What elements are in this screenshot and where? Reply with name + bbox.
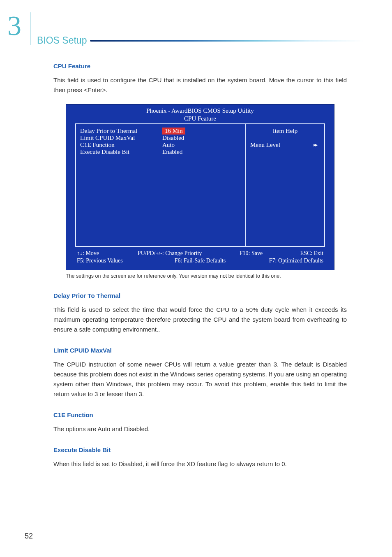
bios-menu-level-label: Menu Level xyxy=(250,142,280,149)
text-c1e: The options are Auto and Disabled. xyxy=(53,424,347,434)
section-title: BIOS Setup xyxy=(37,35,87,46)
header-divider xyxy=(30,12,31,45)
bios-key-save: F10: Save xyxy=(202,250,263,257)
heading-c1e: C1E Function xyxy=(53,411,347,418)
bios-title-line2: CPU Feature xyxy=(184,115,216,122)
bios-row: Delay Prior to Thermal 16 Min xyxy=(80,128,241,135)
text-limit-cpuid: The CPUID instruction of some newer CPUs… xyxy=(53,360,347,399)
section-title-row: BIOS Setup xyxy=(37,35,363,46)
heading-exec-disable: Execute Disable Bit xyxy=(53,446,347,453)
bios-caption: The settings on the screen are for refer… xyxy=(53,273,347,280)
bios-screenshot: Phoenix - AwardBIOS CMOS Setup Utility C… xyxy=(66,104,334,270)
bios-row: Limit CPUID MaxVal Disabled xyxy=(80,135,241,142)
bios-setting-value: Auto xyxy=(162,142,175,149)
bios-row: Execute Disable Bit Enabled xyxy=(80,149,241,155)
bios-key-exit: ESC: Exit xyxy=(263,250,323,257)
bios-item-help: Item Help xyxy=(250,128,320,138)
heading-cpu-feature: CPU Feature xyxy=(53,63,347,70)
bios-key-optimized: F7: Optimized Defaults xyxy=(263,258,323,264)
page-content: CPU Feature This field is used to config… xyxy=(53,58,347,469)
page-header: 3 BIOS Setup xyxy=(0,0,392,19)
page-number: 52 xyxy=(25,532,33,541)
bios-setting-label: Execute Disable Bit xyxy=(80,149,162,155)
chapter-number: 3 xyxy=(7,12,21,39)
bios-setting-value: Disabled xyxy=(162,135,184,142)
bios-key-prev: F5: Previous Values xyxy=(77,258,138,264)
bios-setting-value: Enabled xyxy=(162,149,182,155)
arrow-right-icon: ▸▸ xyxy=(314,142,317,148)
bios-setting-label: Limit CPUID MaxVal xyxy=(80,135,162,142)
bios-footer: ↑↓: Move PU/PD/+/-: Change Priority F10:… xyxy=(75,249,325,266)
bios-setting-value-highlighted: 16 Min xyxy=(162,128,185,135)
bios-key-move: ↑↓: Move xyxy=(77,250,138,257)
bios-title-line1: Phoenix - AwardBIOS CMOS Setup Utility xyxy=(146,107,254,114)
text-exec-disable: When this field is set to Disabled, it w… xyxy=(53,459,347,469)
bios-title: Phoenix - AwardBIOS CMOS Setup Utility C… xyxy=(66,104,334,123)
bios-row: C1E Function Auto xyxy=(80,142,241,149)
bios-key-failsafe: F6: Fail-Safe Defaults xyxy=(138,258,263,264)
heading-limit-cpuid: Limit CPUID MaxVal xyxy=(53,347,347,354)
bios-setting-label: C1E Function xyxy=(80,142,162,149)
text-cpu-feature: This field is used to configure the CPU … xyxy=(53,75,347,95)
bios-settings-panel: Delay Prior to Thermal 16 Min Limit CPUI… xyxy=(76,124,246,246)
gradient-rule xyxy=(90,40,363,42)
text-delay-prior: This field is used to select the time th… xyxy=(53,305,347,334)
bios-menu-level: Menu Level ▸▸ xyxy=(250,142,320,149)
bios-help-panel: Item Help Menu Level ▸▸ xyxy=(246,124,324,246)
bios-main: Delay Prior to Thermal 16 Min Limit CPUI… xyxy=(75,123,325,247)
bios-key-change: PU/PD/+/-: Change Priority xyxy=(138,250,202,257)
heading-delay-prior: Delay Prior To Thermal xyxy=(53,292,347,299)
bios-setting-label: Delay Prior to Thermal xyxy=(80,128,162,135)
